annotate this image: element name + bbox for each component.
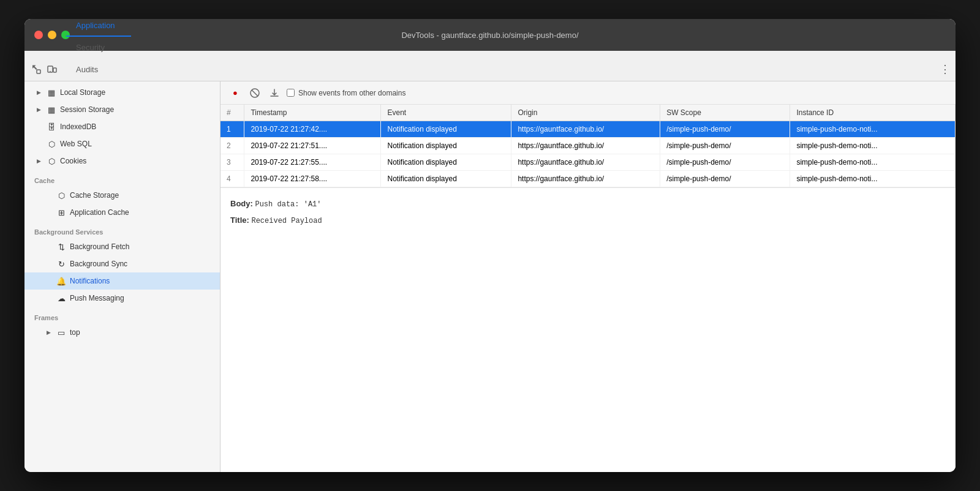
db-small-icon: ⬡ — [47, 140, 56, 149]
col-header-instance: Instance ID — [790, 105, 956, 121]
show-other-domains-checkbox[interactable]: Show events from other domains — [287, 89, 405, 97]
titlebar: DevTools - gauntface.github.io/simple-pu… — [24, 19, 956, 51]
sidebar-item-label: Application Cache — [70, 208, 129, 217]
tabbar: ElementsConsoleSourcesNetworkPerformance… — [24, 51, 956, 81]
expand-arrow-icon: ▶ — [47, 329, 53, 335]
sidebar-item-label: Background Sync — [70, 260, 127, 268]
col-header-timestamp: Timestamp — [244, 105, 381, 121]
tab-audits[interactable]: Audits — [66, 59, 131, 81]
sidebar-item-background-sync[interactable]: ↻Background Sync — [24, 255, 220, 272]
traffic-lights — [34, 31, 70, 39]
svg-line-5 — [252, 90, 258, 96]
table-row[interactable]: 22019-07-22 21:27:51....Notification dis… — [221, 138, 956, 154]
sidebar-item-top[interactable]: ▶▭top — [24, 324, 220, 341]
other-domains-input[interactable] — [287, 89, 295, 97]
inspect-icon[interactable] — [29, 62, 43, 76]
sidebar-item-cache-storage[interactable]: ⬡Cache Storage — [24, 187, 220, 204]
sync-icon: ↻ — [56, 260, 66, 269]
record-button[interactable]: ● — [228, 86, 243, 100]
clear-button[interactable] — [247, 86, 262, 100]
sidebar: ▶▦Local Storage▶▦Session Storage🗄Indexed… — [24, 81, 221, 472]
sidebar-item-application-cache[interactable]: ⊞Application Cache — [24, 204, 220, 221]
cell-timestamp: 2019-07-22 21:27:58.... — [244, 171, 381, 187]
cell-number: 3 — [221, 154, 244, 171]
cell-origin: https://gauntface.github.io/ — [511, 121, 660, 138]
checkbox-label: Show events from other domains — [298, 89, 405, 97]
cell-instance: simple-push-demo-noti... — [790, 154, 956, 171]
device-icon[interactable] — [45, 62, 59, 76]
cell-origin: https://gauntface.github.io/ — [511, 171, 660, 187]
content-panel: ● Show events from other domains — [221, 81, 956, 472]
more-tabs-button[interactable]: ⋮ — [940, 62, 951, 81]
sidebar-item-session-storage[interactable]: ▶▦Session Storage — [24, 101, 220, 118]
cache-icon: ⬡ — [56, 191, 66, 200]
devtools-icons — [29, 62, 59, 81]
sidebar-section-background-services: Background Services — [24, 221, 220, 238]
detail-title-line: Title: Received Payload — [230, 214, 946, 227]
body-label: Body: — [230, 199, 253, 208]
notifications-table: # Timestamp Event Origin SW Scope Instan… — [221, 105, 956, 188]
sidebar-item-label: Push Messaging — [70, 294, 124, 302]
content-toolbar: ● Show events from other domains — [221, 81, 956, 105]
sidebar-item-label: Session Storage — [60, 105, 114, 114]
cell-origin: https://gauntface.github.io/ — [511, 138, 660, 154]
col-header-origin: Origin — [511, 105, 660, 121]
col-header-event: Event — [381, 105, 511, 121]
table-row[interactable]: 12019-07-22 21:27:42....Notification dis… — [221, 121, 956, 138]
col-header-number: # — [221, 105, 244, 121]
sidebar-section-frames: Frames — [24, 307, 220, 324]
title-label: Title: — [230, 216, 249, 225]
cell-timestamp: 2019-07-22 21:27:55.... — [244, 154, 381, 171]
sidebar-item-label: Cookies — [60, 157, 86, 165]
sidebar-item-cookies[interactable]: ▶⬡Cookies — [24, 152, 220, 170]
cell-event: Notification displayed — [381, 154, 511, 171]
grid-icon: ⊞ — [56, 208, 66, 217]
sidebar-item-label: Cache Storage — [70, 191, 119, 200]
sidebar-item-background-fetch[interactable]: ⇅Background Fetch — [24, 238, 220, 255]
sidebar-item-label: Notifications — [70, 277, 110, 285]
bell-icon: 🔔 — [56, 277, 66, 286]
cell-instance: simple-push-demo-noti... — [790, 171, 956, 187]
sidebar-item-web-sql[interactable]: ⬡Web SQL — [24, 135, 220, 152]
db-icon: 🗄 — [47, 122, 56, 132]
cell-instance: simple-push-demo-noti... — [790, 121, 956, 138]
sidebar-item-push-messaging[interactable]: ☁Push Messaging — [24, 290, 220, 307]
sidebar-section-cache: Cache — [24, 170, 220, 187]
table-row[interactable]: 32019-07-22 21:27:55....Notification dis… — [221, 154, 956, 171]
sidebar-item-label: Web SQL — [60, 140, 92, 148]
sidebar-item-indexeddb[interactable]: 🗄IndexedDB — [24, 118, 220, 135]
tab-application[interactable]: Application — [66, 19, 131, 37]
table-body: 12019-07-22 21:27:42....Notification dis… — [221, 121, 956, 187]
sidebar-item-label: Local Storage — [60, 88, 105, 97]
cell-number: 2 — [221, 138, 244, 154]
svg-rect-2 — [53, 68, 56, 72]
sidebar-item-label: top — [70, 328, 80, 337]
download-button[interactable] — [267, 86, 282, 100]
tab-security[interactable]: Security — [66, 37, 131, 59]
cell-instance: simple-push-demo-noti... — [790, 138, 956, 154]
table-header: # Timestamp Event Origin SW Scope Instan… — [221, 105, 956, 121]
table-row[interactable]: 42019-07-22 21:27:58....Notification dis… — [221, 171, 956, 187]
minimize-button[interactable] — [48, 31, 56, 39]
cell-origin: https://gauntface.github.io/ — [511, 154, 660, 171]
title-value: Received Payload — [251, 217, 322, 225]
svg-point-3 — [50, 71, 51, 72]
expand-arrow-icon: ▶ — [37, 107, 43, 113]
cell-scope: /simple-push-demo/ — [660, 121, 790, 138]
sidebar-item-local-storage[interactable]: ▶▦Local Storage — [24, 84, 220, 101]
cookie-icon: ⬡ — [47, 157, 56, 166]
cell-number: 4 — [221, 171, 244, 187]
expand-arrow-icon: ▶ — [37, 158, 43, 164]
col-header-scope: SW Scope — [660, 105, 790, 121]
cell-timestamp: 2019-07-22 21:27:51.... — [244, 138, 381, 154]
sidebar-item-label: Background Fetch — [70, 242, 129, 251]
main-area: ▶▦Local Storage▶▦Session Storage🗄Indexed… — [24, 81, 956, 472]
cell-timestamp: 2019-07-22 21:27:42.... — [244, 121, 381, 138]
cell-event: Notification displayed — [381, 171, 511, 187]
detail-pane: Body: Push data: 'A1' Title: Received Pa… — [221, 188, 956, 472]
close-button[interactable] — [34, 31, 43, 39]
window-title: DevTools - gauntface.github.io/simple-pu… — [401, 31, 578, 40]
frame-icon: ▭ — [56, 328, 66, 337]
cell-event: Notification displayed — [381, 138, 511, 154]
sidebar-item-notifications[interactable]: 🔔Notifications — [24, 272, 220, 290]
